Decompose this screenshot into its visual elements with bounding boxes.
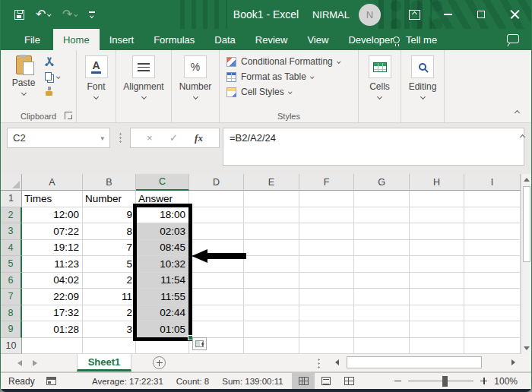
column-header-B[interactable]: B [83, 174, 136, 191]
account-area[interactable]: NIRMAL N [312, 0, 381, 29]
cell-F4[interactable] [299, 240, 354, 257]
zoom-out-icon[interactable] [394, 381, 401, 382]
cell-F7[interactable] [299, 289, 354, 305]
cell-B10[interactable] [83, 338, 136, 355]
column-header-I[interactable]: I [464, 174, 521, 191]
cell-G7[interactable] [354, 289, 410, 305]
cell-E4[interactable] [244, 240, 299, 257]
formula-input[interactable]: =B2/A2/24 [223, 128, 524, 166]
normal-view-button[interactable] [292, 373, 315, 389]
cell-B7[interactable]: 11 [83, 289, 136, 305]
cell-D2[interactable] [189, 207, 244, 224]
name-box[interactable]: C2 ▾ [7, 128, 110, 148]
tab-file[interactable]: File [11, 29, 53, 50]
cell-I6[interactable] [464, 273, 521, 289]
cell-F8[interactable] [299, 305, 354, 322]
cell-styles-button[interactable]: Cell Styles [226, 87, 340, 97]
cell-E8[interactable] [244, 305, 299, 322]
chevron-down-icon[interactable] [74, 13, 78, 17]
cell-I7[interactable] [464, 289, 521, 305]
cell-H2[interactable] [410, 207, 464, 224]
previous-sheet-icon[interactable] [17, 360, 22, 366]
cell-A2[interactable]: 12:00 [22, 207, 83, 224]
tab-home[interactable]: Home [53, 29, 100, 50]
cell-I5[interactable] [464, 256, 521, 273]
cell-D5[interactable] [189, 256, 244, 273]
cell-B9[interactable]: 3 [83, 321, 136, 338]
ribbon-display-options-button[interactable] [397, 0, 431, 29]
cell-D1[interactable] [189, 191, 244, 207]
name-box-dropdown-icon[interactable]: ▾ [100, 134, 104, 142]
zoom-slider[interactable] [408, 381, 473, 381]
cell-B2[interactable]: 9 [83, 207, 136, 224]
cancel-icon[interactable]: × [147, 132, 153, 144]
cell-F3[interactable] [299, 223, 354, 240]
cell-A8[interactable]: 17:32 [22, 305, 83, 322]
enter-icon[interactable]: ✓ [169, 132, 178, 144]
tab-review[interactable]: Review [245, 29, 298, 50]
cell-D9[interactable] [189, 321, 244, 338]
column-header-G[interactable]: G [354, 174, 410, 191]
column-header-A[interactable]: A [22, 174, 83, 191]
cell-G2[interactable] [354, 207, 410, 224]
cell-E7[interactable] [244, 289, 299, 305]
tab-formulas[interactable]: Formulas [144, 29, 204, 50]
cell-B3[interactable]: 8 [83, 223, 136, 240]
cells-button[interactable]: Cells [359, 55, 401, 99]
cell-G9[interactable] [354, 321, 410, 338]
cell-G10[interactable] [354, 338, 410, 355]
cell-C9[interactable]: 01:05 [136, 321, 189, 338]
cell-D7[interactable] [189, 289, 244, 305]
paste-button[interactable]: Paste [8, 55, 39, 95]
quick-analysis-button[interactable] [192, 337, 207, 350]
cell-C1[interactable]: Answer [136, 191, 189, 207]
editing-button[interactable]: Editing [401, 55, 444, 99]
new-sheet-button[interactable] [153, 356, 166, 369]
customize-quick-access-button[interactable] [89, 11, 95, 17]
cell-I8[interactable] [464, 305, 521, 322]
vertical-scroll-thumb[interactable] [523, 186, 530, 262]
zoom-in-icon[interactable] [480, 378, 487, 384]
cell-A7[interactable]: 22:09 [22, 289, 83, 305]
cell-G4[interactable] [354, 240, 410, 257]
cell-I2[interactable] [464, 207, 521, 224]
row-header-2[interactable]: 2 [1, 207, 22, 224]
cell-I1[interactable] [464, 191, 521, 207]
minimize-button[interactable] [431, 0, 464, 29]
column-header-F[interactable]: F [299, 174, 354, 191]
cell-C6[interactable]: 11:54 [136, 273, 189, 289]
next-sheet-icon[interactable] [33, 360, 37, 366]
cell-B5[interactable]: 5 [83, 256, 136, 273]
cell-E1[interactable] [244, 191, 299, 207]
cell-H8[interactable] [410, 305, 464, 322]
cell-F2[interactable] [299, 207, 354, 224]
column-header-E[interactable]: E [244, 174, 299, 191]
chevron-down-icon[interactable] [56, 74, 60, 78]
page-break-view-button[interactable] [337, 373, 360, 389]
cell-H4[interactable] [410, 240, 464, 257]
horizontal-scroll-thumb[interactable] [347, 356, 482, 368]
clipboard-dialog-launcher-icon[interactable] [65, 112, 72, 119]
close-button[interactable] [498, 0, 531, 29]
insert-function-icon[interactable]: fx [195, 132, 203, 144]
cell-D6[interactable] [189, 273, 244, 289]
zoom-slider-thumb[interactable] [442, 376, 448, 387]
cell-H6[interactable] [410, 273, 464, 289]
cell-C4[interactable]: 08:45 [136, 240, 189, 257]
tab-insert[interactable]: Insert [100, 29, 144, 50]
cell-H1[interactable] [410, 191, 464, 207]
tell-me[interactable]: Tell me [393, 29, 437, 50]
row-header-4[interactable]: 4 [1, 240, 22, 257]
chevron-down-icon[interactable] [48, 13, 52, 17]
tab-view[interactable]: View [297, 29, 338, 50]
cell-B8[interactable]: 2 [83, 305, 136, 322]
column-header-C[interactable]: C [136, 174, 189, 191]
cell-E5[interactable] [244, 256, 299, 273]
alignment-button[interactable]: Alignment [116, 55, 171, 99]
cell-G8[interactable] [354, 305, 410, 322]
row-header-1[interactable]: 1 [1, 191, 22, 207]
cell-D3[interactable] [189, 223, 244, 240]
select-all-corner[interactable] [1, 174, 22, 191]
cell-H3[interactable] [410, 223, 464, 240]
avatar[interactable]: N [359, 4, 381, 26]
